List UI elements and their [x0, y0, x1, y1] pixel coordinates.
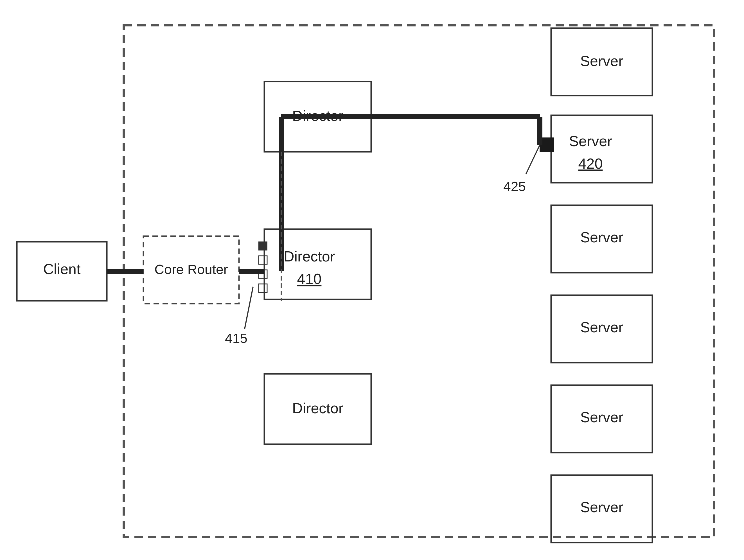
label-425-arrow	[526, 145, 540, 174]
server-4-label: Server	[580, 409, 623, 425]
svg-rect-3	[259, 284, 267, 292]
server-5-label: Server	[580, 499, 623, 515]
server-1-label: Server	[580, 53, 623, 69]
diagram-container: Client Core Router Director Director 410…	[0, 0, 744, 560]
server-420-number: 420	[579, 155, 603, 172]
label-415-arrow	[245, 287, 253, 329]
svg-rect-0	[259, 242, 267, 250]
label-425-text: 425	[503, 179, 526, 194]
server-420-label: Server	[569, 133, 612, 149]
director-410-number: 410	[297, 271, 322, 287]
server-2-label: Server	[580, 229, 623, 246]
label-415-text: 415	[225, 331, 248, 346]
director-410-label: Director	[284, 248, 335, 265]
client-label: Client	[43, 261, 81, 277]
server-3-label: Server	[580, 319, 623, 335]
system-boundary	[124, 25, 714, 537]
core-router-label: Core Router	[154, 262, 228, 277]
svg-rect-1	[259, 256, 267, 264]
director-bottom-label: Director	[292, 400, 343, 416]
